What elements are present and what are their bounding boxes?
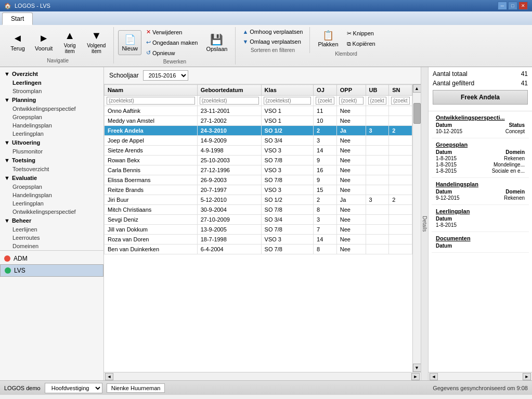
- prev-item-button[interactable]: ▲ Vorigitem: [58, 27, 81, 57]
- detail-hp-row1: 9-12-2015 Rekenen: [436, 195, 525, 201]
- table-row[interactable]: Roza van Doren18-7-1998VSO 314Nee: [105, 235, 412, 244]
- table-row[interactable]: Sevgi Deniz27-10-2009SO 3/43Nee: [105, 215, 412, 225]
- search-klas[interactable]: [264, 97, 312, 105]
- sidebar-item-leerlingen[interactable]: Leerlingen: [0, 79, 103, 87]
- table-row[interactable]: Meddy van Amstel27-1-2002VSO 110Nee: [105, 116, 412, 126]
- status-sync-message: Gegevens gesynchroniseerd om 9:08: [433, 385, 528, 391]
- sidebar-item-ontwikkeling-eval[interactable]: Ontwikkelingsperspectief: [0, 208, 103, 216]
- detail-hp-v1: Rekenen: [504, 195, 525, 201]
- sidebar-section-toetsing[interactable]: ▼ Toetsing: [0, 156, 103, 165]
- scroll-up-button[interactable]: ▲: [413, 84, 421, 93]
- close-button[interactable]: ✕: [518, 2, 528, 10]
- details-panel: Aantal totaal 41 Aantal gefilterd 41 Fre…: [428, 67, 532, 380]
- tab-start[interactable]: Start: [2, 12, 33, 25]
- cell-geboortedatum: 14-9-2009: [197, 136, 261, 146]
- col-header-ub: UB: [366, 85, 389, 96]
- sidebar-item-toetsoverzicht[interactable]: Toetsoverzicht: [0, 165, 103, 173]
- table-row[interactable]: Sietze Arends4-9-1998VSO 314Nee: [105, 146, 412, 156]
- table-row[interactable]: Jiri Buur5-12-2010SO 1/22Ja32: [105, 195, 412, 205]
- move-up-icon: ▲: [242, 29, 248, 35]
- uitvoering-arrow-icon: ▼: [4, 139, 10, 146]
- sidebar-section-planning[interactable]: ▼ Planning: [0, 95, 103, 105]
- table-row[interactable]: Onno Aaftink23-11-2001VSO 111Nee: [105, 106, 412, 116]
- back-button[interactable]: ◄ Terug: [6, 30, 29, 54]
- table-row[interactable]: Freek Andela24-3-2010SO 1/22Ja32: [105, 126, 412, 136]
- right-h-track[interactable]: [438, 374, 523, 379]
- search-geboortedatum[interactable]: [200, 97, 259, 105]
- paste-button[interactable]: 📋 Plakken: [314, 27, 342, 50]
- search-sn[interactable]: [391, 97, 410, 105]
- scroll-thumb[interactable]: [413, 103, 421, 124]
- sidebar-item-leerroutes[interactable]: Leerroutes: [0, 234, 103, 242]
- schooljaar-select[interactable]: 2015-2016 2014-2015 2016-2017: [143, 70, 188, 81]
- table-row[interactable]: Rowan Bekx25-10-2003SO 7/89Nee: [105, 156, 412, 165]
- table-row[interactable]: Mitch Christiaans30-9-2004SO 7/88Nee: [105, 205, 412, 215]
- user-adm[interactable]: ADM: [0, 253, 103, 264]
- sidebar-item-leerlingplan-eval[interactable]: Leerlingplan: [0, 199, 103, 208]
- ribbon: Start ◄ Terug ► Vooruit ▲ Vorigitem ▼: [0, 11, 532, 67]
- sidebar-item-domeinen[interactable]: Domeinen: [0, 242, 103, 250]
- scroll-left-button[interactable]: ◄: [105, 373, 113, 380]
- sidebar-item-leerlingplan[interactable]: Leerlingplan: [0, 130, 103, 138]
- maximize-button[interactable]: □: [508, 2, 517, 10]
- cell-klas: VSO 1: [261, 106, 314, 116]
- detail-onw-row1: 10-12-2015 Concept: [436, 128, 525, 134]
- cell-klas: SO 7/8: [261, 244, 314, 254]
- table-row[interactable]: Jill van Dokkum13-9-2005SO 7/87Nee: [105, 225, 412, 235]
- right-panel-hscroll: ◄ ►: [429, 372, 532, 380]
- cut-button[interactable]: ✂ Knippen: [344, 29, 378, 38]
- delete-button[interactable]: ✕ Verwijderen: [144, 27, 200, 37]
- table-row[interactable]: Elissa Boermans26-9-2003SO 7/89Nee: [105, 175, 412, 185]
- scroll-track[interactable]: [413, 93, 421, 364]
- save-button[interactable]: 💾 Opslaan: [202, 31, 231, 55]
- undo-button[interactable]: ↩ Ongedaan maken: [144, 37, 200, 47]
- sidebar-item-ontwikkelingsperspectief[interactable]: Ontwikkelingsperspectief: [0, 105, 103, 113]
- user-lvs[interactable]: LVS: [0, 264, 103, 277]
- new-button[interactable]: 📄 Nieuw: [118, 30, 141, 55]
- cell-sn: [389, 165, 412, 175]
- sidebar-item-handelingsplan[interactable]: Handelingsplan: [0, 121, 103, 130]
- search-ub[interactable]: [368, 97, 387, 105]
- paste-icon: 📋: [322, 30, 334, 41]
- table-row[interactable]: Joep de Appel14-9-2009SO 3/43Nee: [105, 136, 412, 146]
- detail-gp-v1: Rekenen: [504, 156, 525, 161]
- move-down-button[interactable]: ▼ Omlaag verplaatsen: [240, 37, 305, 46]
- vertical-scrollbar: ▲ ▼: [412, 84, 421, 372]
- cell-klas: SO 7/8: [261, 156, 314, 165]
- status-location-select[interactable]: Hoofdvestiging: [45, 383, 102, 393]
- redo-button[interactable]: ↺ Opnieuw: [144, 48, 200, 58]
- sidebar-section-beheer[interactable]: ▼ Beheer: [0, 216, 103, 225]
- detail-lp-title: Leerlingplan: [436, 208, 525, 214]
- table-scroll-area[interactable]: Naam Geboortedatum Klas OJ OPP UB SN: [104, 84, 412, 372]
- sidebar-item-groepsplan-eval[interactable]: Groepsplan: [0, 183, 103, 191]
- minimize-button[interactable]: ─: [498, 2, 507, 10]
- cell-klas: VSO 3: [261, 235, 314, 244]
- sidebar-item-groepsplan[interactable]: Groepsplan: [0, 113, 103, 121]
- sidebar-item-leerlijnen[interactable]: Leerlijnen: [0, 225, 103, 234]
- cell-opp: Nee: [336, 165, 366, 175]
- sidebar-item-plusmonitor[interactable]: Plusmonitor: [0, 147, 103, 156]
- selected-name-button[interactable]: Freek Andela: [433, 90, 528, 105]
- move-up-button[interactable]: ▲ Omhoog verplaatsen: [240, 27, 305, 36]
- h-scroll-track[interactable]: [114, 374, 410, 379]
- table-row[interactable]: Ben van Duinkerken6-4-2004SO 7/88Nee: [105, 244, 412, 254]
- search-oj[interactable]: [316, 97, 334, 105]
- sidebar-section-uitvoering[interactable]: ▼ Uitvoering: [0, 138, 103, 147]
- scroll-right-button[interactable]: ►: [411, 373, 420, 380]
- right-scroll-right[interactable]: ►: [523, 373, 531, 380]
- sidebar-section-evaluatie[interactable]: ▼ Evaluatie: [0, 173, 103, 183]
- next-item-button[interactable]: ▼ Volgenditem: [83, 27, 109, 57]
- detail-ontwikkelingsperspectief: Ontwikkelingsperspecti... Datum Status 1…: [432, 111, 529, 138]
- copy-button[interactable]: ⧉ Kopiëren: [344, 39, 378, 49]
- search-naam[interactable]: [107, 97, 195, 105]
- details-toggle[interactable]: Details: [421, 67, 428, 380]
- search-opp[interactable]: [339, 97, 364, 105]
- scroll-down-button[interactable]: ▼: [413, 364, 421, 372]
- table-row[interactable]: Reitze Brands20-7-1997VSO 315Nee: [105, 185, 412, 195]
- sidebar-item-handelingsplan-eval[interactable]: Handelingsplan: [0, 191, 103, 199]
- table-row[interactable]: Carla Bennis27-12-1996VSO 316Nee: [105, 165, 412, 175]
- right-scroll-left[interactable]: ◄: [430, 373, 438, 380]
- sidebar-section-overzicht[interactable]: ▼ Overzicht: [0, 69, 103, 79]
- sidebar-item-stroomplan[interactable]: Stroomplan: [0, 87, 103, 95]
- forward-button[interactable]: ► Vooruit: [31, 30, 56, 54]
